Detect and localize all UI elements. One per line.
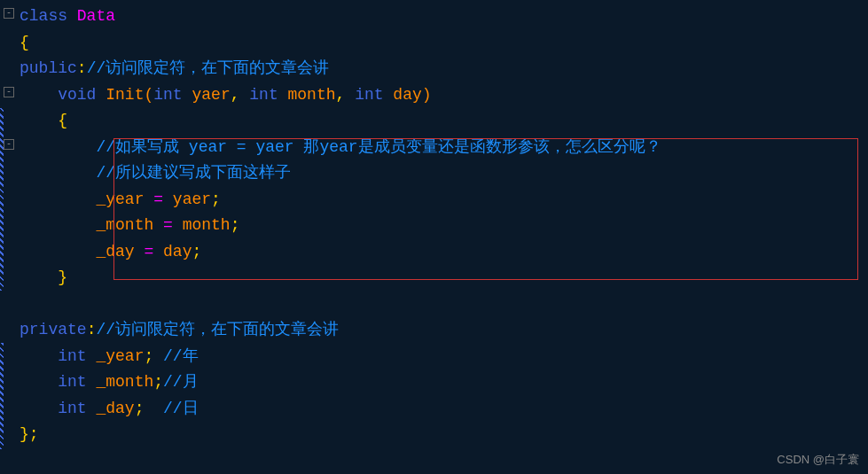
brace: } [58, 268, 67, 286]
semicolon: ; [135, 400, 145, 417]
variable: month [183, 216, 231, 234]
comment: //月 [163, 373, 199, 391]
code-line: } [20, 265, 868, 291]
bookmark-marker [0, 108, 4, 291]
code-line: int _year; //年 [20, 344, 868, 370]
paren: ( [144, 86, 153, 104]
comment: //访问限定符，在下面的文章会讲 [87, 59, 330, 77]
code-editor[interactable]: class Data { public://访问限定符，在下面的文章会讲 voi… [0, 0, 868, 448]
code-line: _month = month; [20, 213, 868, 239]
semicolon: ; [144, 347, 153, 365]
variable: _year [87, 347, 145, 365]
comment: //所以建议写成下面这样子 [96, 164, 291, 182]
keyword-public: public [20, 59, 77, 77]
code-line: int _day; //日 [20, 396, 868, 423]
keyword-int: int [153, 86, 182, 104]
code-line: //所以建议写成下面这样子 [20, 160, 868, 187]
variable: yaer [173, 190, 211, 208]
keyword-int: int [355, 86, 383, 104]
code-line [20, 291, 868, 318]
code-line: _year = yaer; [20, 187, 868, 214]
keyword-int: int [58, 400, 86, 417]
comment: //年 [163, 347, 199, 365]
code-line: class Data [20, 4, 868, 30]
bookmark-marker [0, 343, 4, 449]
class-name: Data [67, 7, 115, 25]
code-line: private://访问限定符，在下面的文章会讲 [20, 317, 868, 344]
comment: //日 [163, 400, 199, 417]
semicolon: ; [29, 425, 39, 443]
code-line: void Init(int yaer, int month, int day) [20, 82, 868, 109]
operator: = [135, 243, 163, 260]
operator: = [153, 216, 182, 234]
watermark: CSDN @白子寰 [777, 450, 859, 469]
keyword-class: class [20, 7, 67, 25]
variable: _day [96, 243, 134, 260]
param: day [384, 86, 422, 104]
comment: //访问限定符，在下面的文章会讲 [96, 321, 339, 338]
brace: } [20, 425, 29, 443]
keyword-void: void [58, 86, 96, 104]
keyword-int: int [58, 347, 86, 365]
colon: : [87, 321, 97, 338]
variable: day [163, 243, 192, 260]
keyword-int: int [58, 373, 86, 391]
fold-marker-icon[interactable]: - [4, 139, 14, 150]
colon: : [77, 59, 87, 77]
brace: { [20, 34, 29, 51]
semicolon: ; [153, 373, 163, 391]
variable: _month [87, 373, 154, 391]
code-line: { [20, 108, 868, 135]
fold-marker-icon[interactable]: - [4, 87, 14, 97]
semicolon: ; [231, 216, 240, 234]
code-line: { [20, 30, 868, 57]
keyword-private: private [20, 321, 87, 338]
variable: _year [96, 190, 144, 208]
code-line: //如果写成 year = yaer 那year是成员变量还是函数形参该，怎么区… [20, 135, 868, 161]
brace: { [58, 112, 67, 129]
comment: //如果写成 year = yaer 那year是成员变量还是函数形参该，怎么区… [96, 138, 661, 156]
variable: _day [87, 400, 135, 417]
paren: ) [422, 86, 432, 104]
variable: _month [96, 216, 153, 234]
semicolon: ; [192, 243, 201, 260]
code-line: _day = day; [20, 239, 868, 266]
fold-marker-icon[interactable]: - [4, 8, 14, 19]
comma: , [336, 86, 356, 104]
gutter: - - - [0, 0, 18, 474]
function-name: Init [96, 86, 144, 104]
code-line: int _month;//月 [20, 369, 868, 396]
semicolon: ; [211, 190, 221, 208]
param: yaer [183, 86, 231, 104]
param: month [278, 86, 336, 104]
keyword-int: int [249, 86, 278, 104]
code-line: }; [20, 422, 868, 448]
comma: , [231, 86, 250, 104]
code-line: public://访问限定符，在下面的文章会讲 [20, 56, 868, 82]
operator: = [144, 190, 172, 208]
